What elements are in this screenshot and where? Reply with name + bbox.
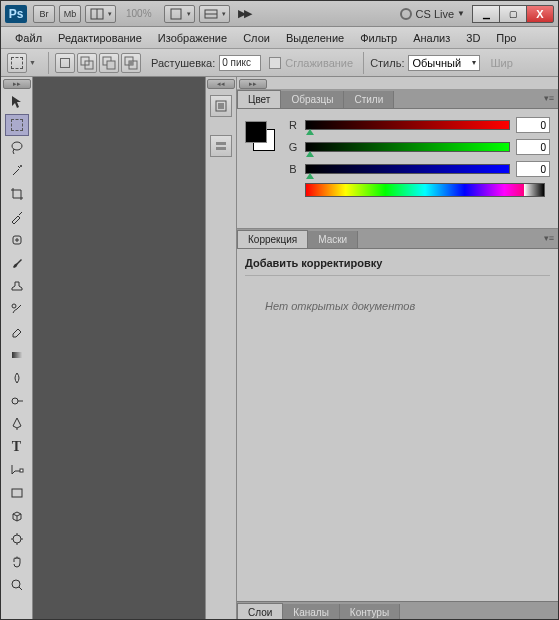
antialias-checkbox	[269, 57, 281, 69]
menu-file[interactable]: Файл	[7, 27, 50, 49]
healing-tool[interactable]	[5, 229, 29, 251]
tab-color[interactable]: Цвет	[237, 90, 281, 108]
menu-select[interactable]: Выделение	[278, 27, 352, 49]
color-spectrum[interactable]	[305, 183, 545, 197]
zoom-tool[interactable]	[5, 574, 29, 596]
selection-add-button[interactable]	[77, 53, 97, 73]
menu-3d[interactable]: 3D	[458, 27, 488, 49]
tools-panel: ▸▸ T	[1, 77, 33, 620]
selection-intersect-button[interactable]	[121, 53, 141, 73]
svg-point-17	[12, 398, 18, 404]
svg-point-21	[13, 535, 21, 543]
color-panel-body: R G B	[237, 109, 558, 229]
wand-tool[interactable]	[5, 160, 29, 182]
chevrons-right-icon[interactable]: ▶▶	[238, 7, 250, 20]
svg-rect-25	[218, 103, 224, 109]
adjustments-panel-tabs: Коррекция Маски ▾≡	[237, 229, 558, 249]
menu-bar: Файл Редактирование Изображение Слои Выд…	[1, 27, 558, 49]
stamp-tool[interactable]	[5, 275, 29, 297]
marquee-tool[interactable]	[5, 114, 29, 136]
svg-point-12	[12, 142, 22, 150]
history-panel-icon[interactable]	[210, 95, 232, 117]
adjustments-heading: Добавить корректировку	[245, 257, 550, 276]
pen-tool[interactable]	[5, 413, 29, 435]
b-slider[interactable]	[305, 164, 510, 174]
collapsed-panels-toggle[interactable]: ◂◂	[207, 79, 235, 89]
b-input[interactable]	[516, 161, 550, 177]
menu-image[interactable]: Изображение	[150, 27, 235, 49]
bridge-button[interactable]: Br	[33, 5, 55, 23]
menu-analysis[interactable]: Анализ	[405, 27, 458, 49]
g-label: G	[287, 141, 299, 153]
move-tool[interactable]	[5, 91, 29, 113]
screen-mode-button[interactable]	[164, 5, 195, 23]
svg-point-13	[20, 165, 22, 167]
cs-live-label: CS Live	[416, 8, 455, 20]
cs-live-button[interactable]: CS Live ▼	[400, 8, 465, 20]
tool-preset-button[interactable]	[7, 53, 27, 73]
crop-tool[interactable]	[5, 183, 29, 205]
g-slider[interactable]	[305, 142, 510, 152]
title-bar: Ps Br Mb 100% ▶▶ CS Live ▼ ▁ ▢ X	[1, 1, 558, 27]
tab-channels[interactable]: Каналы	[283, 604, 340, 620]
tab-paths[interactable]: Контуры	[340, 604, 400, 620]
zoom-level[interactable]: 100%	[120, 8, 158, 19]
tab-styles[interactable]: Стили	[344, 91, 394, 108]
color-panel-menu-icon[interactable]: ▾≡	[544, 93, 554, 103]
g-input[interactable]	[516, 139, 550, 155]
window-maximize-button[interactable]: ▢	[499, 5, 527, 23]
dodge-tool[interactable]	[5, 390, 29, 412]
eraser-tool[interactable]	[5, 321, 29, 343]
menu-layers[interactable]: Слои	[235, 27, 278, 49]
tab-layers[interactable]: Слои	[237, 603, 283, 620]
svg-point-22	[12, 580, 20, 588]
window-close-button[interactable]: X	[526, 5, 554, 23]
tab-swatches[interactable]: Образцы	[281, 91, 344, 108]
tab-masks[interactable]: Маски	[308, 231, 358, 248]
style-select[interactable]: Обычный	[408, 55, 480, 71]
type-tool[interactable]: T	[5, 436, 29, 458]
gradient-tool[interactable]	[5, 344, 29, 366]
blur-tool[interactable]	[5, 367, 29, 389]
tools-collapse-button[interactable]: ▸▸	[3, 79, 31, 89]
3d-tool[interactable]	[5, 505, 29, 527]
cs-live-icon	[400, 8, 412, 20]
menu-filter[interactable]: Фильтр	[352, 27, 405, 49]
minibridge-button[interactable]: Mb	[59, 5, 81, 23]
adjustments-panel-menu-icon[interactable]: ▾≡	[544, 233, 554, 243]
3d-camera-tool[interactable]	[5, 528, 29, 550]
panels-collapse-button[interactable]: ▸▸	[239, 79, 267, 89]
feather-label: Растушевка:	[151, 57, 215, 69]
brush-tool[interactable]	[5, 252, 29, 274]
svg-line-23	[19, 587, 22, 590]
properties-panel-icon[interactable]	[210, 135, 232, 157]
svg-rect-16	[12, 352, 22, 358]
selection-new-button[interactable]	[55, 53, 75, 73]
feather-input[interactable]	[219, 55, 261, 71]
selection-subtract-button[interactable]	[99, 53, 119, 73]
lasso-tool[interactable]	[5, 137, 29, 159]
layers-panel-tabs: Слои Каналы Контуры	[237, 601, 558, 620]
history-brush-tool[interactable]	[5, 298, 29, 320]
svg-point-15	[12, 304, 16, 308]
tab-adjustments[interactable]: Коррекция	[237, 230, 308, 248]
menu-pro[interactable]: Про	[488, 27, 524, 49]
eyedropper-tool[interactable]	[5, 206, 29, 228]
style-label: Стиль:	[370, 57, 404, 69]
adjustments-panel-body: Добавить корректировку Нет открытых доку…	[237, 249, 558, 601]
arrange-documents-button[interactable]	[85, 5, 116, 23]
svg-rect-19	[20, 469, 23, 472]
svg-rect-26	[216, 142, 226, 145]
r-input[interactable]	[516, 117, 550, 133]
hand-tool[interactable]	[5, 551, 29, 573]
shape-tool[interactable]	[5, 482, 29, 504]
r-slider[interactable]	[305, 120, 510, 130]
b-label: B	[287, 163, 299, 175]
window-minimize-button[interactable]: ▁	[472, 5, 500, 23]
foreground-background-swatch[interactable]	[245, 121, 275, 151]
extras-button[interactable]	[199, 5, 230, 23]
menu-edit[interactable]: Редактирование	[50, 27, 150, 49]
path-tool[interactable]	[5, 459, 29, 481]
svg-rect-27	[216, 147, 226, 150]
foreground-color-icon[interactable]	[245, 121, 267, 143]
